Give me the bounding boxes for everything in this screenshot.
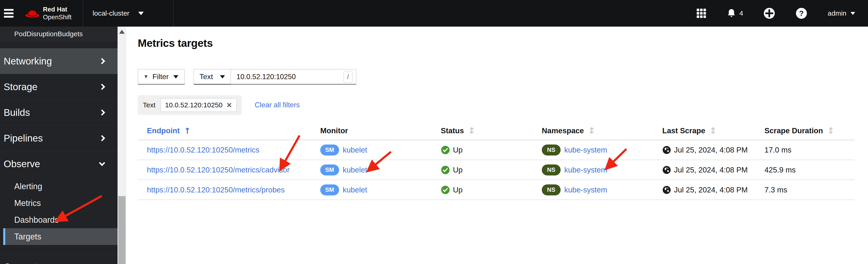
sidebar-item-label: Pipelines (4, 133, 43, 144)
scrape-duration: 425.9 ms (765, 166, 796, 174)
sidebar-item-label: Compute (4, 262, 43, 264)
sidebar-item-dashboards[interactable]: Dashboards (0, 211, 118, 228)
sidebar-item-compute[interactable]: Compute (0, 254, 118, 264)
namespace-link[interactable]: kube-system (564, 146, 607, 154)
table-row: https://10.0.52.120:10250/metrics/cadvis… (138, 160, 855, 180)
namespace-link[interactable]: kube-system (564, 186, 607, 194)
user-name: admin (828, 9, 846, 17)
sidebar-item-poddisruptionbudgets[interactable]: PodDisruptionBudgets (0, 27, 118, 41)
sidebar-item-observe[interactable]: Observe (0, 151, 118, 176)
service-monitor-badge: SM (320, 164, 339, 175)
scrollbar-thumb[interactable] (118, 196, 126, 264)
masthead-divider (173, 0, 174, 27)
redhat-openshift-logo: Red Hat OpenShift (25, 5, 72, 21)
scrape-duration: 17.0 ms (765, 146, 791, 154)
filter-dropdown[interactable]: Filter (138, 69, 185, 85)
search-input-group: Text / (193, 69, 356, 85)
status-up-icon (441, 145, 450, 155)
column-header-monitor[interactable]: Monitor (320, 126, 441, 135)
masthead: Red Hat OpenShift local-cluster 4 (0, 0, 868, 27)
status-text: Up (453, 166, 463, 174)
notification-count: 4 (739, 9, 743, 17)
chevron-down-icon (99, 160, 105, 166)
clear-all-filters-link[interactable]: Clear all filters (255, 101, 300, 109)
add-button[interactable] (763, 7, 775, 19)
last-scrape-time: Jul 25, 2024, 4:08 PM (674, 146, 748, 154)
close-icon: × (226, 100, 231, 110)
search-input[interactable] (231, 73, 356, 81)
nav-spacer (0, 245, 118, 254)
sidebar-item-label: Alerting (14, 182, 42, 191)
status-up-icon (441, 165, 450, 174)
remove-filter-button[interactable]: × (226, 101, 232, 109)
sort-ascending-icon: ↑ (184, 126, 191, 136)
question-circle-icon: ? (796, 7, 807, 19)
monitor-link[interactable]: kubelet (343, 146, 367, 154)
sort-icon: ↕ (468, 126, 475, 136)
table-row: https://10.0.52.120:10250/metrics/probes… (138, 180, 855, 200)
sidebar-item-metrics[interactable]: Metrics (0, 195, 118, 211)
sidebar-item-pipelines[interactable]: Pipelines (0, 125, 118, 151)
sidebar-item-label: Metrics (14, 198, 41, 208)
cluster-selector-dropdown[interactable]: local-cluster (83, 9, 162, 17)
help-button[interactable]: ? (796, 7, 807, 19)
endpoint-link[interactable]: https://10.0.52.120:10250/metrics/probes (147, 186, 285, 194)
filter-type-label: Text (199, 72, 213, 81)
service-monitor-badge: SM (320, 144, 339, 156)
cluster-selector-label: local-cluster (93, 9, 129, 17)
keyboard-shortcut-hint: / (343, 71, 352, 83)
chevron-right-icon (99, 135, 105, 141)
service-monitor-badge: SM (320, 185, 339, 195)
active-filter-group: Text 10.0.52.120:10250 × (138, 95, 242, 115)
endpoint-link[interactable]: https://10.0.52.120:10250/metrics (147, 146, 259, 154)
brand-line1: Red Hat (43, 5, 72, 13)
chevron-right-icon (99, 58, 105, 64)
sidebar-item-alerting[interactable]: Alerting (0, 178, 118, 195)
redhat-fedora-icon (25, 9, 40, 18)
sidebar-item-targets[interactable]: Targets (3, 228, 118, 245)
table-header: Endpoint ↑ Monitor Status ↕ Namespace ↕ … (138, 122, 855, 140)
endpoint-link[interactable]: https://10.0.52.120:10250/metrics/cadvis… (147, 166, 290, 174)
monitor-link[interactable]: kubelet (343, 186, 367, 194)
sidebar-item-label: Storage (4, 81, 37, 93)
sidebar-item-networking[interactable]: Networking (0, 48, 118, 74)
nav-toggle-button[interactable] (4, 9, 13, 18)
notifications-button[interactable]: 4 (726, 8, 743, 19)
column-header-namespace[interactable]: Namespace ↕ (542, 126, 662, 136)
app-launcher-button[interactable] (696, 8, 706, 18)
globe-icon (662, 186, 671, 194)
sidebar-item-builds[interactable]: Builds (0, 100, 118, 125)
column-header-last-scrape[interactable]: Last Scrape ↕ (662, 126, 765, 136)
filter-toolbar: Filter Text / (138, 69, 868, 85)
column-header-status[interactable]: Status ↕ (441, 126, 542, 136)
filter-funnel-icon (144, 73, 148, 80)
monitor-link[interactable]: kubelet (343, 166, 367, 174)
namespace-link[interactable]: kube-system (564, 166, 607, 174)
sidebar-item-label: PodDisruptionBudgets (14, 30, 83, 38)
scroll-up-icon[interactable] (119, 30, 125, 34)
filter-type-dropdown[interactable]: Text (193, 69, 231, 85)
sidebar-item-label: Networking (4, 56, 52, 67)
caret-down-icon (173, 75, 178, 78)
brand-line2: OpenShift (43, 13, 72, 21)
status-text: Up (453, 186, 463, 194)
chevron-down-icon (138, 12, 144, 15)
observe-submenu: Alerting Metrics Dashboards Targets (0, 178, 118, 245)
column-header-scrape-duration[interactable]: Scrape Duration ↕ (765, 126, 855, 136)
last-scrape-time: Jul 25, 2024, 4:08 PM (674, 166, 748, 174)
sidebar-scrollbar[interactable] (118, 27, 126, 264)
filter-dropdown-label: Filter (152, 72, 169, 81)
sort-icon: ↕ (588, 126, 595, 136)
svg-text:?: ? (799, 9, 804, 18)
column-header-endpoint[interactable]: Endpoint ↑ (138, 126, 320, 136)
metrics-targets-table: Endpoint ↑ Monitor Status ↕ Namespace ↕ … (138, 122, 855, 200)
sidebar-item-storage[interactable]: Storage (0, 74, 118, 100)
plus-circle-icon (763, 7, 775, 19)
main-content: Metrics targets Filter Text / Text 10.0.… (126, 27, 868, 264)
page-title: Metrics targets (138, 37, 868, 49)
chevron-right-icon (99, 84, 105, 90)
caret-down-icon (220, 75, 225, 78)
sidebar-item-label: Dashboards (14, 215, 59, 225)
user-menu[interactable]: admin (828, 9, 855, 17)
namespace-badge: NS (542, 185, 561, 195)
